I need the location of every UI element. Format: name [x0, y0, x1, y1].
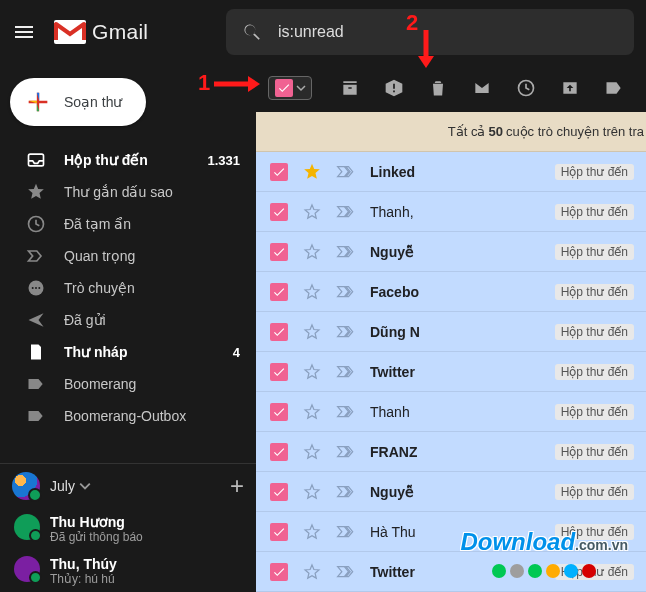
row-checkbox[interactable]: [270, 363, 288, 381]
importance-icon[interactable]: [336, 205, 356, 219]
row-checkbox[interactable]: [270, 563, 288, 581]
avatar: [14, 556, 40, 582]
star-icon[interactable]: [302, 402, 322, 422]
sidebar-count: 1.331: [207, 153, 240, 168]
imp-icon: [26, 246, 46, 266]
banner-prefix: Tất cả: [448, 124, 486, 139]
sidebar-item-1[interactable]: Thư gắn dấu sao: [0, 176, 256, 208]
select-all-dropdown[interactable]: [293, 83, 309, 93]
sidebar-item-7[interactable]: Boomerang: [0, 368, 256, 400]
new-chat-button[interactable]: +: [230, 472, 244, 500]
mail-row[interactable]: ThanhHộp thư đến: [256, 392, 646, 432]
importance-icon[interactable]: [336, 525, 356, 539]
importance-icon[interactable]: [336, 245, 356, 259]
star-icon[interactable]: [302, 242, 322, 262]
move-to-icon[interactable]: [560, 78, 580, 98]
dot: [546, 564, 560, 578]
mail-row[interactable]: Dũng NHộp thư đến: [256, 312, 646, 352]
mail-row[interactable]: NguyễHộp thư đến: [256, 232, 646, 272]
dot: [564, 564, 578, 578]
search-bar[interactable]: [226, 9, 634, 55]
avatar: [12, 472, 40, 500]
chat-item[interactable]: Thu HươngĐã gửi thông báo: [0, 508, 256, 550]
star-icon[interactable]: [302, 282, 322, 302]
mail-sender: Dũng N: [370, 324, 420, 340]
sidebar-label: Boomerang-Outbox: [64, 408, 186, 424]
watermark-sub: .com.vn: [575, 537, 628, 553]
gmail-logo[interactable]: Gmail: [54, 20, 220, 44]
sidebar-item-5[interactable]: Đã gửi: [0, 304, 256, 336]
compose-button[interactable]: Soạn thư: [10, 78, 146, 126]
importance-icon[interactable]: [336, 405, 356, 419]
row-checkbox[interactable]: [270, 523, 288, 541]
importance-icon[interactable]: [336, 565, 356, 579]
dot: [510, 564, 524, 578]
snooze-icon[interactable]: [516, 78, 536, 98]
star-icon[interactable]: [302, 202, 322, 222]
search-icon: [242, 21, 262, 43]
hangouts-me[interactable]: July +: [0, 464, 256, 508]
star-icon[interactable]: [302, 482, 322, 502]
sidebar-item-4[interactable]: Trò chuyện: [0, 272, 256, 304]
mail-row[interactable]: Thanh,Hộp thư đến: [256, 192, 646, 232]
sidebar-item-8[interactable]: Boomerang-Outbox: [0, 400, 256, 432]
sidebar-label: Đã gửi: [64, 312, 106, 328]
row-checkbox[interactable]: [270, 203, 288, 221]
star-icon[interactable]: [302, 522, 322, 542]
sidebar-label: Đã tạm ẩn: [64, 216, 131, 232]
mail-row[interactable]: LinkedHộp thư đến: [256, 152, 646, 192]
mail-label-tag: Hộp thư đến: [555, 244, 634, 260]
importance-icon[interactable]: [336, 485, 356, 499]
mail-row[interactable]: FRANZHộp thư đến: [256, 432, 646, 472]
select-all-checkbox[interactable]: [275, 79, 293, 97]
content: 1 2 Tất cả 50 cuộc trò chuyện trên tra L…: [256, 64, 646, 592]
sidebar: Soạn thư Hộp thư đến1.331Thư gắn dấu sao…: [0, 64, 256, 592]
importance-icon[interactable]: [336, 285, 356, 299]
star-icon[interactable]: [302, 442, 322, 462]
chat-item[interactable]: Thu, ThúyThủy: hú hú: [0, 550, 256, 592]
row-checkbox[interactable]: [270, 163, 288, 181]
inbox-icon: [26, 150, 46, 170]
sidebar-item-0[interactable]: Hộp thư đến1.331: [0, 144, 256, 176]
header: Gmail: [0, 0, 646, 64]
compose-label: Soạn thư: [64, 94, 122, 110]
chat-name: Thu Hương: [50, 514, 143, 530]
archive-icon[interactable]: [340, 78, 360, 98]
label-icon: [26, 406, 46, 426]
row-checkbox[interactable]: [270, 403, 288, 421]
importance-icon[interactable]: [336, 165, 356, 179]
importance-icon[interactable]: [336, 365, 356, 379]
select-all[interactable]: [268, 76, 312, 100]
star-icon[interactable]: [302, 362, 322, 382]
star-icon[interactable]: [302, 162, 322, 182]
row-checkbox[interactable]: [270, 443, 288, 461]
menu-icon[interactable]: [12, 20, 36, 44]
importance-icon[interactable]: [336, 445, 356, 459]
mail-row[interactable]: FaceboHộp thư đến: [256, 272, 646, 312]
row-checkbox[interactable]: [270, 283, 288, 301]
toolbar: 1 2: [256, 64, 646, 112]
sidebar-item-3[interactable]: Quan trọng: [0, 240, 256, 272]
sidebar-item-2[interactable]: Đã tạm ẩn: [0, 208, 256, 240]
row-checkbox[interactable]: [270, 323, 288, 341]
mail-row[interactable]: TwitterHộp thư đến: [256, 352, 646, 392]
row-checkbox[interactable]: [270, 243, 288, 261]
star-icon[interactable]: [302, 562, 322, 582]
search-input[interactable]: [278, 23, 618, 41]
sidebar-item-6[interactable]: Thư nháp4: [0, 336, 256, 368]
sidebar-label: Thư gắn dấu sao: [64, 184, 173, 200]
row-checkbox[interactable]: [270, 483, 288, 501]
selection-banner: Tất cả 50 cuộc trò chuyện trên tra: [256, 112, 646, 152]
star-icon[interactable]: [302, 322, 322, 342]
mail-sender: Nguyễ: [370, 244, 414, 260]
delete-icon[interactable]: [428, 78, 448, 98]
mark-read-icon[interactable]: [472, 78, 492, 98]
importance-icon[interactable]: [336, 325, 356, 339]
label-icon[interactable]: [604, 78, 624, 98]
banner-suffix: cuộc trò chuyện trên tra: [506, 124, 644, 139]
mail-row[interactable]: NguyễHộp thư đến: [256, 472, 646, 512]
mail-sender: Thanh: [370, 404, 410, 420]
mail-sender: Nguyễ: [370, 484, 414, 500]
spam-icon[interactable]: [384, 78, 404, 98]
banner-count: 50: [488, 124, 502, 139]
